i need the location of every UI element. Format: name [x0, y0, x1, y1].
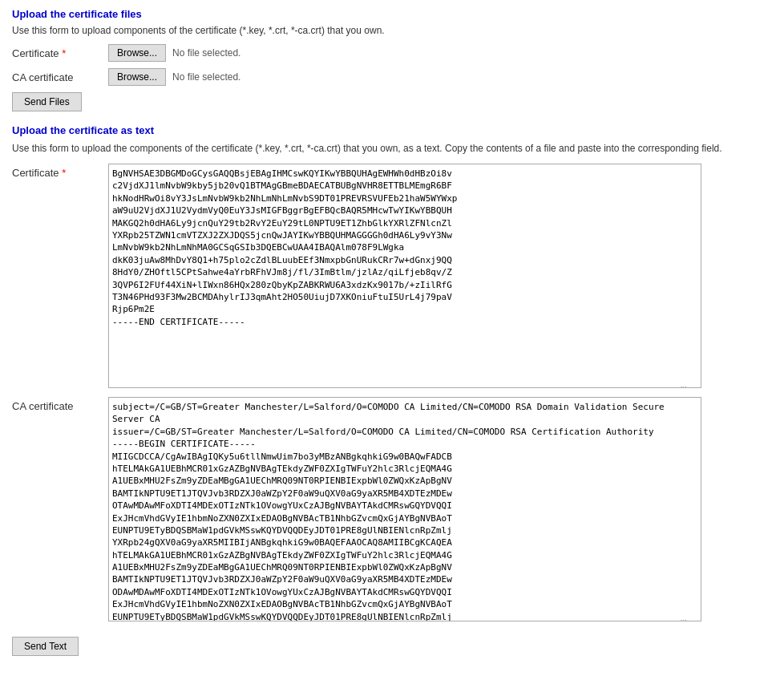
certificate-textarea-dots: ...	[681, 380, 687, 389]
certificate-no-file: No file selected.	[172, 47, 240, 59]
certificate-browse-button[interactable]: Browse...	[108, 44, 166, 62]
certificate-text-required-star: *	[62, 167, 66, 179]
certificate-required-star: *	[62, 47, 66, 59]
certificate-file-row: Certificate * Browse... No file selected…	[12, 44, 772, 62]
certificate-text-row: Certificate * ...	[12, 164, 772, 391]
ca-browse-button[interactable]: Browse...	[108, 68, 166, 86]
upload-files-section: Upload the certificate files Use this fo…	[12, 8, 772, 121]
upload-files-title: Upload the certificate files	[12, 8, 772, 20]
certificate-file-label: Certificate *	[12, 47, 108, 59]
ca-textarea-dots: ...	[681, 613, 687, 622]
ca-textarea-wrapper: ...	[108, 397, 701, 624]
upload-text-title: Upload the certificate as text	[12, 124, 772, 136]
upload-text-section: Upload the certificate as text Use this …	[12, 124, 772, 656]
page-container: Upload the certificate files Use this fo…	[0, 0, 784, 676]
ca-certificate-file-row: CA certificate Browse... No file selecte…	[12, 68, 772, 86]
ca-certificate-textarea[interactable]	[108, 397, 701, 621]
certificate-textarea[interactable]	[108, 164, 701, 388]
certificate-text-label: Certificate *	[12, 164, 108, 179]
ca-no-file: No file selected.	[172, 71, 240, 83]
send-files-button[interactable]: Send Files	[12, 92, 82, 111]
certificate-textarea-wrapper: ...	[108, 164, 701, 391]
ca-certificate-file-label: CA certificate	[12, 71, 108, 83]
ca-certificate-text-label: CA certificate	[12, 397, 108, 412]
upload-files-description: Use this form to upload components of th…	[12, 25, 772, 36]
ca-certificate-text-row: CA certificate ...	[12, 397, 772, 624]
upload-text-description: Use this form to upload the components o…	[12, 141, 733, 156]
send-text-button[interactable]: Send Text	[12, 637, 79, 656]
